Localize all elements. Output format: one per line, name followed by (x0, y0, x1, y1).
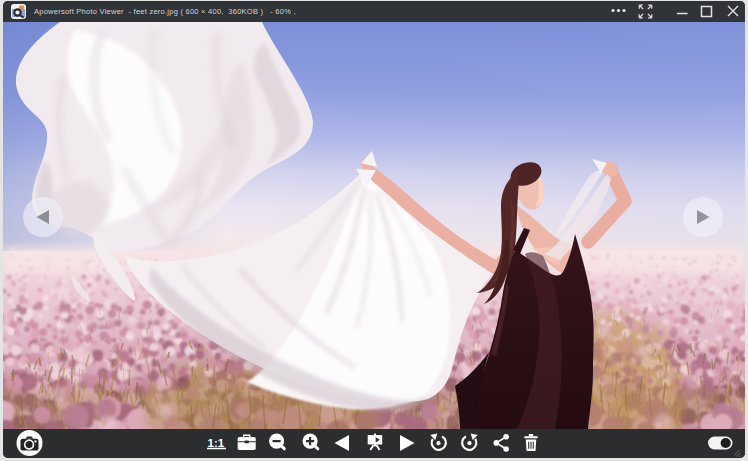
svg-text:1:1: 1:1 (208, 437, 225, 449)
